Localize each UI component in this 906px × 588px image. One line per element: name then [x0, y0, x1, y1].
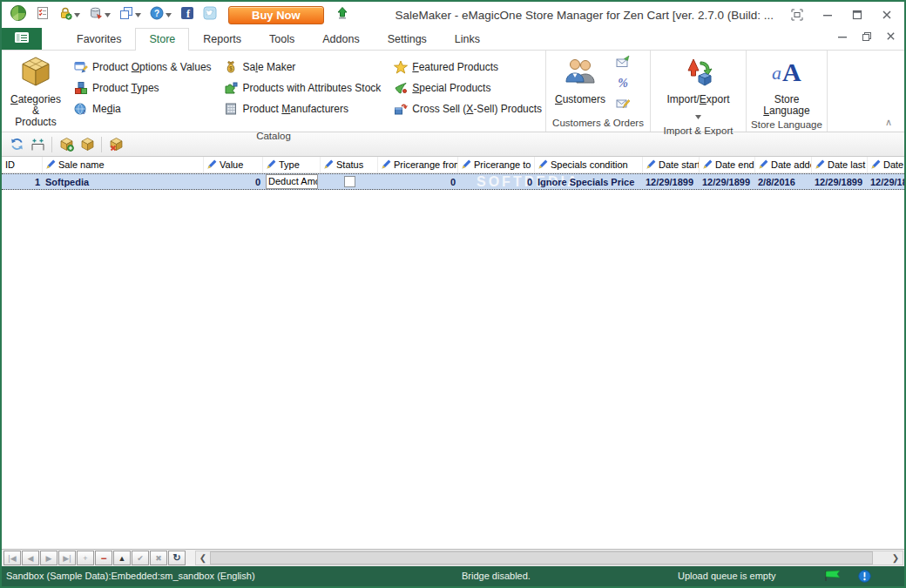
upload-icon[interactable] [333, 4, 352, 25]
categories-products-button[interactable]: Categories & Products [5, 53, 66, 130]
menu-grid-icon [14, 31, 30, 47]
nav-last-button[interactable]: ▶| [58, 551, 76, 565]
ribbon-item-product-options-values[interactable]: Product Options & Values [73, 57, 212, 78]
scroll-right-icon[interactable]: ❯ [889, 551, 903, 564]
ribbon-item-cross-sell-x-sell-products[interactable]: Cross Sell (X-Sell) Products [393, 98, 542, 119]
cell-pricerange-from[interactable]: 0 [378, 174, 458, 189]
buy-now-button[interactable]: Buy Now [228, 6, 324, 24]
percent-icon[interactable]: % [616, 76, 630, 90]
tab-addons[interactable]: Addons [308, 28, 373, 50]
lock-icon[interactable] [56, 4, 83, 25]
cell-date-last[interactable]: 12/29/1899 [812, 174, 868, 189]
cell-pricerange-to[interactable]: 0 [458, 174, 535, 189]
column-header-pricerange-from[interactable]: Pricerange from [378, 157, 458, 172]
table-row[interactable]: SOFTPEDIA1Softpedia0Deduct Amount00Ignor… [2, 173, 904, 190]
ribbon-close-icon[interactable] [886, 31, 896, 42]
ribbon-item-product-manufacturers[interactable]: Product Manufacturers [224, 98, 382, 119]
flag-icon[interactable] [824, 570, 842, 584]
tab-store[interactable]: Store [135, 28, 189, 51]
ribbon-item-featured-products[interactable]: Featured Products [393, 57, 542, 78]
close-icon[interactable] [882, 10, 892, 20]
ribbon-item-products-with-attributes-stock[interactable]: Products with Attributes Stock [224, 78, 382, 98]
cell-status[interactable] [321, 174, 378, 189]
import-export-button[interactable]: Import/Export [661, 53, 734, 125]
nav-post-button[interactable]: ✔ [132, 551, 149, 565]
ribbon-item-label: Special Products [412, 82, 490, 94]
chevron-down-icon[interactable] [74, 13, 80, 17]
chevron-down-icon[interactable] [105, 13, 111, 17]
column-header-date[interactable]: Date [868, 157, 904, 172]
cell-date-end[interactable]: 12/29/1899 [700, 174, 755, 189]
column-header-status[interactable]: Status [321, 157, 378, 172]
scroll-left-icon[interactable]: ❮ [196, 551, 210, 564]
minimize-icon[interactable] [822, 10, 833, 20]
customers-button[interactable]: Customers [550, 53, 611, 117]
ribbon-restore-icon[interactable] [862, 31, 872, 42]
nav-cancel-button[interactable]: ✖ [150, 551, 167, 565]
email-icon[interactable] [616, 55, 630, 69]
import-export-icon [681, 55, 714, 91]
cell-type[interactable]: Deduct Amount [263, 174, 321, 189]
ribbon-item-media[interactable]: ♪Media [73, 98, 212, 119]
tab-links[interactable]: Links [441, 28, 494, 50]
column-header-specials-condition[interactable]: Specials condition [535, 157, 643, 172]
chevron-down-icon[interactable] [135, 13, 141, 17]
scrollbar-thumb[interactable] [210, 551, 873, 564]
column-header-date-start[interactable]: Date start [643, 157, 700, 172]
cell-specials-condition[interactable]: Ignore Specials Price [535, 174, 643, 189]
type-editor[interactable]: Deduct Amount [266, 174, 318, 189]
tab-favorites[interactable]: Favorites [63, 28, 135, 50]
tab-reports[interactable]: Reports [189, 28, 255, 50]
column-header-label: Type [279, 159, 300, 170]
copy-icon[interactable] [117, 4, 144, 25]
ribbon-item-sale-maker[interactable]: $Sale Maker [224, 57, 382, 78]
cell-value[interactable]: 0 [204, 174, 263, 189]
cell-date-added[interactable]: 2/8/2016 [755, 174, 812, 189]
status-checkbox[interactable] [344, 176, 355, 187]
column-header-date-added[interactable]: Date added [755, 157, 812, 172]
tab-tools[interactable]: Tools [255, 28, 308, 50]
window-title: SaleMaker - eMagicOne Store Manager for … [378, 9, 791, 22]
menu-button[interactable] [2, 28, 42, 50]
tasklist-icon[interactable] [33, 4, 52, 25]
nav-next-button[interactable]: ▶ [40, 551, 57, 565]
column-header-date-last[interactable]: Date last [812, 157, 868, 172]
app-logo-icon [7, 3, 30, 27]
facebook-icon[interactable]: f [178, 4, 197, 25]
column-header-id[interactable]: ID [2, 157, 43, 172]
store-language-button[interactable]: aA Store Language [758, 53, 815, 118]
column-header-label: Date last [828, 159, 865, 170]
column-header-date-end[interactable]: Date end [700, 157, 755, 172]
ribbon-item-product-types[interactable]: Product Types [73, 78, 212, 98]
ribbon-minimize-icon[interactable] [837, 31, 848, 42]
ribbon-item-special-products[interactable]: Special Products [393, 78, 542, 98]
column-header-type[interactable]: Type [263, 157, 321, 172]
chevron-down-icon[interactable] [166, 13, 172, 17]
nav-insert-button[interactable]: + [77, 551, 94, 565]
nav-prior-button[interactable]: ◀ [22, 551, 39, 565]
column-header-value[interactable]: Value [204, 157, 263, 172]
tab-settings[interactable]: Settings [374, 28, 441, 50]
newsletter-icon[interactable] [616, 97, 630, 111]
twitter-icon[interactable] [200, 4, 220, 25]
nav-edit-button[interactable]: ▲ [113, 551, 131, 565]
column-header-pricerange-to[interactable]: Pricerange to [458, 157, 535, 172]
cell-id[interactable]: 1 [2, 174, 43, 189]
database-icon[interactable] [86, 4, 113, 25]
manufacturers-icon [224, 102, 239, 116]
collapse-ribbon-icon[interactable]: ∧ [885, 117, 892, 128]
pencil-icon [538, 159, 548, 171]
help-icon[interactable]: ? [147, 4, 174, 25]
nav-first-button[interactable]: |◀ [3, 551, 21, 565]
fullscreen-icon[interactable] [791, 9, 803, 21]
cell-sale-name[interactable]: Softpedia [43, 174, 204, 189]
column-header-sale-name[interactable]: Sale name [43, 157, 204, 172]
info-icon[interactable] [858, 570, 871, 585]
horizontal-scrollbar[interactable]: ❮ ❯ [195, 551, 903, 565]
nav-delete-button[interactable]: − [95, 551, 112, 565]
pencil-icon [324, 159, 334, 171]
maximize-icon[interactable] [852, 10, 862, 20]
nav-refresh-button[interactable]: ↻ [168, 551, 186, 565]
cell-date[interactable]: 12/29/1899 [868, 174, 904, 189]
cell-date-start[interactable]: 12/29/1899 [643, 174, 700, 189]
